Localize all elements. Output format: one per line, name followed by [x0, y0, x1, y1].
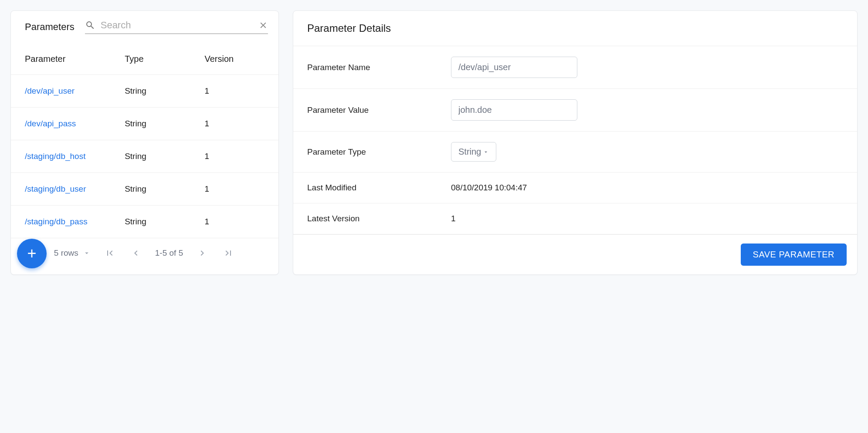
details-title: Parameter Details: [293, 11, 857, 46]
cell-version: 1: [204, 184, 264, 194]
table-row[interactable]: /staging/db_passString1: [11, 206, 278, 238]
value-latest-version: 1: [451, 214, 843, 223]
parameter-name-input[interactable]: [451, 57, 577, 78]
parameter-link[interactable]: /staging/db_host: [25, 152, 125, 161]
cell-version: 1: [204, 152, 264, 161]
table-header: Parameter Type Version: [11, 41, 278, 75]
cell-type: String: [125, 217, 204, 227]
clear-search-button[interactable]: [258, 20, 268, 30]
search-icon: [85, 20, 95, 30]
parameter-type-value: String: [458, 147, 481, 157]
label-parameter-type: Parameter Type: [307, 147, 451, 157]
label-parameter-name: Parameter Name: [307, 63, 451, 72]
parameter-details-panel: Parameter Details Parameter Name Paramet…: [293, 10, 858, 275]
table-row[interactable]: /dev/api_passString1: [11, 108, 278, 140]
table-row[interactable]: /staging/db_userString1: [11, 173, 278, 206]
last-page-icon: [223, 248, 234, 258]
table-row[interactable]: /staging/db_hostString1: [11, 140, 278, 173]
value-last-modified: 08/10/2019 10:04:47: [451, 183, 843, 193]
save-parameter-button[interactable]: SAVE PARAMETER: [741, 244, 847, 266]
cell-type: String: [125, 152, 204, 161]
chevron-right-icon: [197, 248, 207, 258]
chevron-left-icon: [131, 248, 141, 258]
caret-down-icon: [483, 149, 489, 155]
first-page-icon: [105, 248, 115, 258]
cell-type: String: [125, 119, 204, 129]
parameter-type-select[interactable]: String: [451, 142, 496, 162]
search-input[interactable]: [101, 20, 253, 31]
pagination: 5 rows 1-5 of 5: [11, 238, 278, 268]
search-field[interactable]: [85, 20, 268, 34]
next-page-button[interactable]: [195, 246, 209, 260]
parameters-title: Parameters: [25, 21, 75, 33]
parameter-link[interactable]: /dev/api_pass: [25, 119, 125, 129]
add-parameter-fab[interactable]: +: [17, 239, 47, 268]
table-row[interactable]: /dev/api_userString1: [11, 75, 278, 108]
prev-page-button[interactable]: [129, 246, 143, 260]
col-version: Version: [204, 54, 264, 64]
label-parameter-value: Parameter Value: [307, 105, 451, 115]
parameter-link[interactable]: /staging/db_pass: [25, 217, 125, 227]
page-range: 1-5 of 5: [155, 248, 183, 258]
first-page-button[interactable]: [103, 246, 117, 260]
parameter-link[interactable]: /staging/db_user: [25, 184, 125, 194]
cell-type: String: [125, 86, 204, 96]
col-parameter: Parameter: [25, 54, 125, 64]
cell-version: 1: [204, 86, 264, 96]
rows-per-page-select[interactable]: 5 rows: [54, 248, 91, 258]
label-last-modified: Last Modified: [307, 183, 451, 193]
last-page-button[interactable]: [221, 246, 235, 260]
rows-label: 5 rows: [54, 248, 78, 258]
parameter-link[interactable]: /dev/api_user: [25, 86, 125, 96]
cell-version: 1: [204, 119, 264, 129]
cell-type: String: [125, 184, 204, 194]
col-type: Type: [125, 54, 204, 64]
dropdown-icon: [83, 249, 91, 257]
cell-version: 1: [204, 217, 264, 227]
parameter-value-input[interactable]: [451, 99, 577, 121]
close-icon: [258, 20, 268, 30]
label-latest-version: Latest Version: [307, 214, 451, 223]
parameters-panel: Parameters Parameter Type Version /dev/a…: [10, 10, 279, 275]
